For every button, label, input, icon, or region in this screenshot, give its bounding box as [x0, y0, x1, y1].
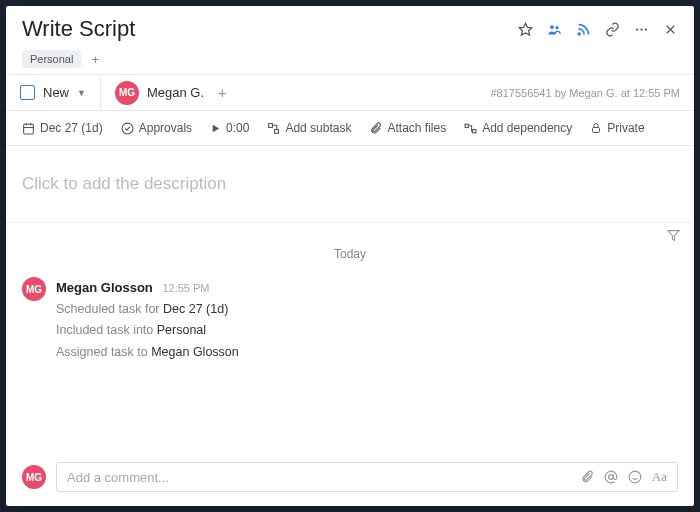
svg-point-2 — [555, 26, 558, 29]
assignee-avatar[interactable]: MG — [115, 81, 139, 105]
format-icon[interactable]: Aa — [652, 469, 667, 485]
svg-point-1 — [550, 25, 554, 29]
svg-rect-9 — [24, 124, 34, 134]
rss-icon[interactable] — [576, 22, 591, 37]
svg-point-4 — [636, 28, 638, 30]
header: Write Script Personal + — [6, 6, 694, 74]
close-icon[interactable] — [663, 22, 678, 37]
description-field[interactable]: Click to add the description — [6, 146, 694, 223]
add-tag-button[interactable]: + — [87, 52, 103, 67]
people-icon[interactable] — [547, 22, 562, 37]
chevron-down-icon: ▼ — [77, 88, 86, 98]
entry-author: Megan Glosson — [56, 280, 153, 295]
svg-marker-0 — [519, 23, 532, 35]
star-icon[interactable] — [518, 22, 533, 37]
link-icon[interactable] — [605, 22, 620, 37]
approvals-button[interactable]: Approvals — [121, 121, 192, 135]
dependency-button[interactable]: Add dependency — [464, 121, 572, 135]
private-button[interactable]: Private — [590, 121, 644, 135]
add-assignee-button[interactable]: + — [218, 84, 227, 101]
svg-point-13 — [122, 123, 133, 134]
svg-point-6 — [645, 28, 647, 30]
svg-point-5 — [640, 28, 642, 30]
day-separator: Today — [22, 247, 678, 261]
complete-checkbox[interactable] — [20, 85, 35, 100]
date-button[interactable]: Dec 27 (1d) — [22, 121, 103, 135]
svg-point-22 — [629, 471, 641, 483]
status-selector[interactable]: New ▼ — [6, 75, 101, 110]
entry-time: 12:55 PM — [162, 282, 209, 294]
svg-rect-16 — [275, 129, 279, 133]
activity-entry: MG Megan Glosson 12:55 PM Scheduled task… — [22, 277, 678, 363]
mention-icon[interactable] — [604, 470, 618, 484]
entry-avatar: MG — [22, 277, 46, 301]
toolbar: Dec 27 (1d) Approvals 0:00 Add subtask A… — [6, 111, 694, 146]
svg-rect-18 — [473, 129, 476, 132]
status-row: New ▼ MG Megan G. + #817556541 by Megan … — [6, 74, 694, 111]
svg-marker-20 — [668, 231, 679, 241]
comment-input[interactable] — [67, 470, 580, 485]
svg-rect-17 — [465, 124, 468, 127]
svg-rect-19 — [593, 128, 600, 133]
assignee-section: MG Megan G. + — [101, 81, 490, 105]
header-actions — [518, 22, 678, 37]
svg-point-21 — [608, 475, 613, 480]
folder-tag[interactable]: Personal — [22, 50, 81, 68]
subtask-button[interactable]: Add subtask — [267, 121, 351, 135]
assignee-name[interactable]: Megan G. — [147, 85, 204, 100]
attach-button[interactable]: Attach files — [369, 121, 446, 135]
task-panel: Write Script Personal + New ▼ MG Megan G… — [6, 6, 694, 506]
status-label: New — [43, 85, 69, 100]
task-meta: #817556541 by Megan G. at 12:55 PM — [490, 87, 694, 99]
comment-bar: MG Aa — [6, 452, 694, 506]
attach-icon[interactable] — [580, 470, 594, 484]
comment-input-wrap[interactable]: Aa — [56, 462, 678, 492]
more-icon[interactable] — [634, 22, 649, 37]
emoji-icon[interactable] — [628, 470, 642, 484]
svg-marker-14 — [213, 124, 219, 131]
time-button[interactable]: 0:00 — [210, 121, 249, 135]
filter-icon[interactable] — [667, 229, 680, 242]
comment-avatar: MG — [22, 465, 46, 489]
task-title[interactable]: Write Script — [22, 16, 135, 42]
activity-stream: Today MG Megan Glosson 12:55 PM Schedule… — [6, 223, 694, 452]
svg-point-3 — [578, 32, 580, 34]
svg-rect-15 — [269, 123, 273, 127]
